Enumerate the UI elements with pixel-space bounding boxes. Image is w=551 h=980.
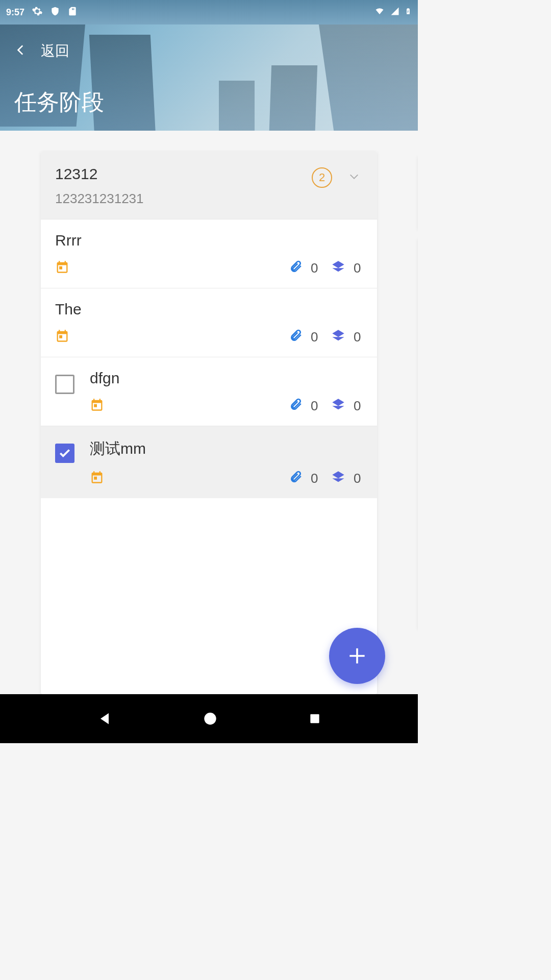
calendar-icon [90,398,104,414]
page-title: 任务阶段 [14,87,104,117]
task-title: Rrrr [55,232,363,249]
calendar-icon [90,470,104,486]
layers-icon [331,470,345,486]
card-header[interactable]: 12312 123231231231 2 [41,151,377,219]
status-right [374,6,412,19]
paperclip-icon [289,397,303,414]
task-row[interactable]: The 0 [41,288,377,357]
layers-icon [331,260,345,276]
android-nav-bar [0,694,418,743]
hero-banner: 返回 任务阶段 [0,24,418,131]
attachment-count: 0 [311,398,320,414]
layer-count: 0 [354,471,363,486]
task-row[interactable]: 测试mm 0 [41,426,377,498]
battery-icon [405,6,412,19]
layers-icon [331,329,345,345]
task-checkbox[interactable] [55,444,74,463]
chevron-left-icon [14,40,28,62]
back-button[interactable]: 返回 [14,40,69,62]
layer-count: 0 [354,260,363,276]
nav-recent-button[interactable] [308,712,321,725]
task-card: 12312 123231231231 2 Rrrr [41,151,377,694]
layer-count: 0 [354,329,363,345]
signal-icon [390,7,399,18]
svg-rect-1 [310,714,319,723]
card-title: 12312 [55,165,312,183]
task-checkbox[interactable] [55,375,74,394]
task-title: 测试mm [90,438,363,459]
task-row[interactable]: dfgn 0 [41,357,377,426]
paperclip-icon [289,328,303,346]
attachment-count: 0 [311,471,320,486]
paperclip-icon [289,470,303,487]
wifi-icon [374,7,385,18]
add-button[interactable] [329,628,385,684]
task-title: dfgn [90,370,363,387]
paperclip-icon [289,259,303,277]
status-time: 9:57 [6,7,24,18]
attachment-count: 0 [311,260,320,276]
nav-back-button[interactable] [96,710,113,727]
nav-home-button[interactable] [203,712,217,726]
shield-icon [50,6,60,19]
calendar-icon [55,260,69,276]
svg-point-0 [205,713,216,724]
calendar-icon [55,329,69,345]
card-subtitle: 123231231231 [55,191,312,207]
task-list: Rrrr 0 [41,219,377,694]
main-content: 问 12312 123231231231 2 Rrrr [0,131,418,694]
layer-count: 0 [354,398,363,414]
sd-card-icon [67,6,78,19]
back-label: 返回 [41,41,69,61]
attachment-count: 0 [311,329,320,345]
badge-count: 2 [312,167,332,188]
task-row[interactable]: Rrrr 0 [41,219,377,288]
gear-icon [32,6,43,19]
status-bar: 9:57 [0,0,418,24]
layers-icon [331,398,345,414]
task-title: The [55,301,363,318]
status-left: 9:57 [6,6,78,19]
chevron-down-icon[interactable] [345,171,363,184]
